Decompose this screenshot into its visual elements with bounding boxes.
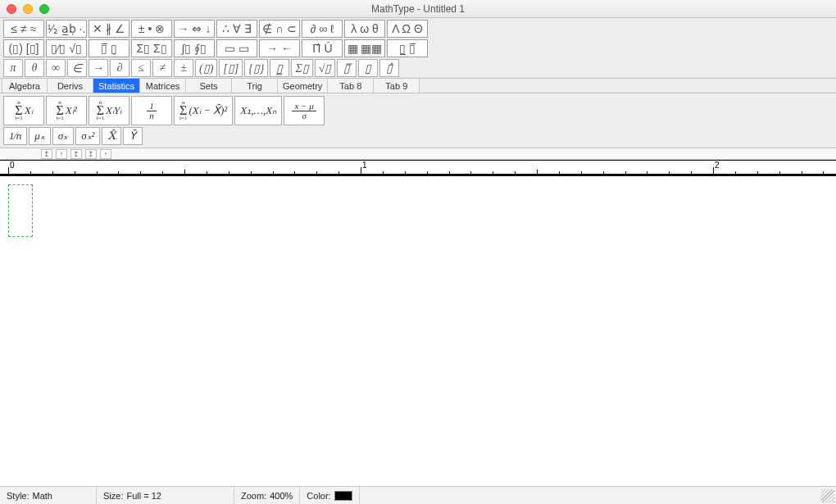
ruler-number: 2 (715, 161, 720, 170)
palette-row-3: πθ∞∈→∂≤≠±(▯)[▯]{▯}▯̲Σ▯√▯▯̅▯̣▯̂ (3, 59, 833, 77)
palette-row-2: (▯) [▯]▯⁄▯ √▯▯̅ ▯̣Σ▯ Σ▯∫▯ ∮▯▭ ▭→ ←Π̂ Û▦ … (3, 39, 833, 57)
tab-tab-9[interactable]: Tab 9 (374, 79, 420, 93)
status-size[interactable]: Size: Full = 12 (97, 487, 234, 504)
palette-cell[interactable]: ≤ ≠ ≈ (3, 20, 44, 38)
palette-cell[interactable]: ▯⁄▯ √▯ (46, 39, 87, 57)
equation-canvas[interactable] (0, 176, 836, 486)
palette-mini-cell[interactable]: ▯̣ (358, 59, 378, 77)
ruler-number: 1 (362, 161, 367, 170)
palette-cell[interactable]: Λ Ω Θ (387, 20, 428, 38)
status-style-label: Style: (7, 491, 30, 501)
formula-sum-xi2[interactable]: nΣi=1Xᵢ² (46, 96, 87, 125)
tab-sets[interactable]: Sets (186, 79, 232, 93)
ruler-number: 0 (10, 161, 15, 170)
palette-cell[interactable]: → ⇔ ↓ (174, 20, 215, 38)
status-color-label: Color: (307, 491, 330, 501)
palette-cell[interactable]: ∴ ∀ ∃ (216, 20, 257, 38)
palette-mini-cell[interactable]: → (89, 59, 108, 77)
palette-cell[interactable]: Σ▯ Σ▯ (131, 39, 172, 57)
palette-mini-cell[interactable]: √▯ (315, 59, 336, 77)
status-style[interactable]: Style: Math (0, 487, 97, 504)
formula-row-2: 1⁄nμₓσₓσₓ²X̄Ȳ (3, 127, 833, 145)
status-color[interactable]: Color: (300, 487, 359, 504)
tab-statistics[interactable]: Statistics (93, 79, 140, 93)
tab-matrices[interactable]: Matrices (140, 79, 186, 93)
formula-one-over-n[interactable]: 1n (131, 96, 172, 125)
palette-cell[interactable]: ▯̅ ▯̣ (89, 39, 129, 57)
tab-tab-8[interactable]: Tab 8 (328, 79, 374, 93)
palette-mini-cell[interactable]: ∂ (110, 59, 129, 77)
indent-button[interactable]: ↥ (41, 149, 52, 159)
formula-mu-x[interactable]: μₓ (29, 127, 51, 145)
status-zoom-value: 400% (270, 491, 293, 501)
close-icon[interactable] (7, 4, 16, 14)
formula-x-mu-sigma[interactable]: x − μσ (284, 96, 325, 125)
palette-mini-cell[interactable]: θ (25, 59, 44, 77)
palette-cell[interactable]: ¹⁄₂ a̲ḅ ·. (46, 20, 87, 38)
palette-mini-cell[interactable]: Σ▯ (291, 59, 312, 77)
palette-cell[interactable]: ∫▯ ∮▯ (174, 39, 215, 57)
palette-mini-cell[interactable]: π (3, 59, 23, 77)
status-style-value: Math (33, 491, 52, 501)
palette-mini-cell[interactable]: ∞ (46, 59, 66, 77)
ruler[interactable]: 012 (0, 160, 836, 175)
zoom-icon[interactable] (39, 4, 49, 14)
status-size-label: Size: (103, 491, 123, 501)
resize-grip-icon[interactable] (821, 489, 834, 502)
palette-cell[interactable]: ± • ⊗ (131, 20, 172, 38)
formula-bar: nΣi=1XᵢnΣi=1Xᵢ²nΣi=1XᵢYᵢ1nnΣi=1(Xᵢ − X̄)… (0, 93, 836, 148)
palette-mini-cell[interactable]: [▯] (219, 59, 243, 77)
indent-button[interactable]: ↑ (56, 149, 67, 159)
formula-row-1: nΣi=1XᵢnΣi=1Xᵢ²nΣi=1XᵢYᵢ1nnΣi=1(Xᵢ − X̄)… (3, 96, 833, 125)
palette-cell[interactable]: ∂ ∞ ℓ (302, 20, 343, 38)
formula-tabs: AlgebraDerivsStatisticsMatricesSetsTrigG… (0, 79, 836, 93)
formula-sum-xi-xbar-sq[interactable]: nΣi=1(Xᵢ − X̄)² (174, 96, 233, 125)
formula-one-over-n-small[interactable]: 1⁄n (3, 127, 27, 145)
status-zoom-label: Zoom: (241, 491, 266, 501)
palette-cell[interactable]: ✕ ∦ ∠ (89, 20, 129, 38)
palette-cell[interactable]: λ ω θ (344, 20, 385, 38)
palette-cell[interactable]: ▦ ▦▦ (344, 39, 385, 57)
formula-sigma-x[interactable]: σₓ (52, 127, 74, 145)
palette-cell[interactable]: Π̂ Û (302, 39, 343, 57)
palette-mini-cell[interactable]: ≤ (131, 59, 151, 77)
minimize-icon[interactable] (23, 4, 33, 14)
palette-mini-cell[interactable]: (▯) (195, 59, 217, 77)
tab-derivs[interactable]: Derivs (48, 79, 93, 93)
formula-ybar[interactable]: Ȳ (123, 127, 143, 145)
ruler-wrap: 012 (0, 160, 836, 176)
palette-mini-cell[interactable]: ▯̅ (337, 59, 357, 77)
palette-mini-cell[interactable]: ± (174, 59, 193, 77)
indent-button[interactable]: ↥ (85, 149, 97, 159)
status-size-value: Full = 12 (126, 491, 161, 501)
palette-mini-cell[interactable]: ▯̲ (270, 59, 289, 77)
palette-mini-cell[interactable]: ∈ (67, 59, 87, 77)
palette-mini-cell[interactable]: ≠ (152, 59, 172, 77)
status-zoom[interactable]: Zoom: 400% (234, 487, 300, 504)
insertion-cursor (8, 184, 33, 237)
window-title: MathType - Untitled 1 (0, 3, 836, 15)
palette-cell[interactable]: (▯) [▯] (3, 39, 44, 57)
tab-trig[interactable]: Trig (232, 79, 278, 93)
palette-mini-cell[interactable]: {▯} (244, 59, 268, 77)
indent-button[interactable]: ↑ (100, 149, 111, 159)
palette-cell[interactable]: ▯̲ ▯̅ (387, 39, 428, 57)
palette-mini-cell[interactable]: ▯̂ (379, 59, 399, 77)
tab-geometry[interactable]: Geometry (278, 79, 328, 93)
color-swatch[interactable] (334, 491, 352, 501)
formula-sum-xiyi[interactable]: nΣi=1XᵢYᵢ (89, 96, 129, 125)
palette-cell[interactable]: → ← (259, 39, 300, 57)
indent-button[interactable]: ↥ (70, 149, 82, 159)
title-bar: MathType - Untitled 1 (0, 0, 836, 18)
palette-row-1: ≤ ≠ ≈¹⁄₂ a̲ḅ ·.✕ ∦ ∠± • ⊗→ ⇔ ↓∴ ∀ ∃∉ ∩ ⊂… (3, 20, 833, 38)
formula-xbar[interactable]: X̄ (102, 127, 121, 145)
formula-x1-xn[interactable]: X₁,…,Xₙ (234, 96, 282, 125)
palette-cell[interactable]: ▭ ▭ (216, 39, 257, 57)
tab-algebra[interactable]: Algebra (2, 79, 48, 93)
formula-sigma2-x[interactable]: σₓ² (75, 127, 100, 145)
status-bar: Style: Math Size: Full = 12 Zoom: 400% C… (0, 486, 836, 504)
palette-cell[interactable]: ∉ ∩ ⊂ (259, 20, 300, 38)
window-controls (7, 4, 49, 14)
symbol-palette: ≤ ≠ ≈¹⁄₂ a̲ḅ ·.✕ ∦ ∠± • ⊗→ ⇔ ↓∴ ∀ ∃∉ ∩ ⊂… (0, 18, 836, 79)
formula-sum-xi[interactable]: nΣi=1Xᵢ (3, 96, 44, 125)
